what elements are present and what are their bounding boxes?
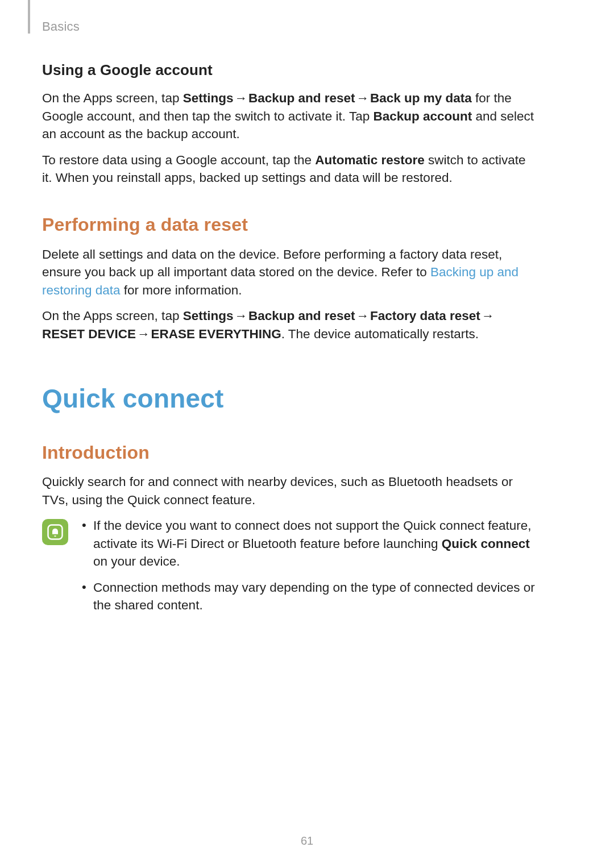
bold-backup-reset: Backup and reset <box>248 309 355 323</box>
bold-settings: Settings <box>183 309 234 323</box>
page-content: Using a Google account On the Apps scree… <box>42 60 537 622</box>
para-reset-2: On the Apps screen, tap Settings → Backu… <box>42 307 537 343</box>
page-number: 61 <box>0 834 614 848</box>
arrow-icon: → <box>480 307 496 325</box>
arrow-icon: → <box>233 307 248 325</box>
heading-google-account: Using a Google account <box>42 60 537 80</box>
para-reset-1: Delete all settings and data on the devi… <box>42 246 537 300</box>
note-list: If the device you want to connect does n… <box>81 517 537 622</box>
running-header: Basics <box>42 19 80 34</box>
para-intro: Quickly search for and connect with near… <box>42 473 537 509</box>
bold-settings: Settings <box>183 91 234 105</box>
text: On the Apps screen, tap <box>42 309 183 323</box>
bold-backup-reset: Backup and reset <box>248 91 355 105</box>
text: Connection methods may vary depending on… <box>93 580 535 613</box>
arrow-icon: → <box>355 307 371 325</box>
arrow-icon: → <box>355 89 371 107</box>
text: for more information. <box>121 283 242 297</box>
bold-factory-data-reset: Factory data reset <box>370 309 480 323</box>
text: On the Apps screen, tap <box>42 91 183 105</box>
text: . The device automatically restarts. <box>281 327 479 341</box>
para-google-2: To restore data using a Google account, … <box>42 151 537 187</box>
arrow-icon: → <box>136 325 151 343</box>
text: To restore data using a Google account, … <box>42 153 315 167</box>
bold-quick-connect: Quick connect <box>442 537 530 551</box>
arrow-icon: → <box>233 89 248 107</box>
note-bell-icon <box>42 519 68 545</box>
heading-introduction: Introduction <box>42 440 537 466</box>
bold-back-up-my-data: Back up my data <box>370 91 472 105</box>
bold-erase-everything: ERASE EVERYTHING <box>151 327 281 341</box>
text: on your device. <box>93 554 180 568</box>
note-item-2: Connection methods may vary depending on… <box>81 579 537 614</box>
manual-page: Basics Using a Google account On the App… <box>0 0 614 868</box>
note-block: If the device you want to connect does n… <box>42 517 537 622</box>
bold-reset-device: RESET DEVICE <box>42 327 136 341</box>
header-divider <box>28 0 30 34</box>
para-google-1: On the Apps screen, tap Settings → Backu… <box>42 89 537 143</box>
heading-quick-connect: Quick connect <box>42 380 537 417</box>
note-item-1: If the device you want to connect does n… <box>81 517 537 571</box>
heading-data-reset: Performing a data reset <box>42 212 537 238</box>
bold-automatic-restore: Automatic restore <box>315 153 425 167</box>
bold-backup-account: Backup account <box>373 109 472 123</box>
